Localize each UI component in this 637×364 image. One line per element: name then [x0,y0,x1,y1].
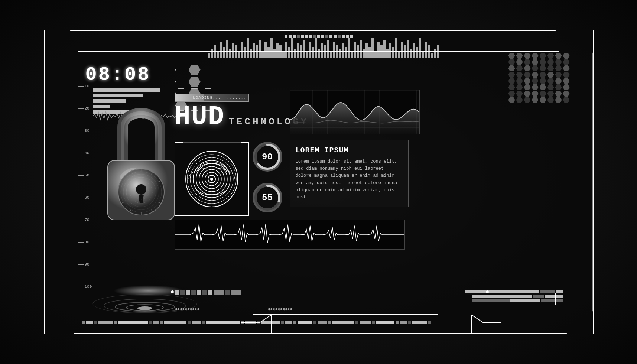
hud-title-text: HUD [175,104,225,130]
eq-bar [291,38,293,58]
eq-bar [309,42,311,58]
eq-bar [357,45,359,58]
tick-line [78,242,84,243]
rhex-cell [532,97,539,103]
eq-bar [422,51,424,58]
eq-bar [437,45,439,58]
sq-dot [202,290,207,295]
eq-bar [434,49,436,58]
brb [472,299,510,302]
arrow-left: ◀◀◀◀◀◀◀◀◀◀ [175,306,199,311]
hex-cell [175,77,187,87]
eq-bar [336,45,338,58]
rhex-cell [532,59,539,65]
rhex-cell [532,84,539,90]
rhex-cell [508,53,515,59]
rhex-cell [524,59,531,65]
ruler-tick-row: 40 [78,142,93,164]
sq-dot [175,290,179,295]
sq-dot [225,290,230,295]
rhex-cell [532,72,539,78]
fingerprint-svg [182,149,241,209]
eq-bar [259,40,261,58]
lorem-title: LOREM IPSUM [296,146,403,155]
eq-bar [264,42,267,58]
brb [533,295,544,298]
eq-bar [360,40,362,58]
rhex-cell [524,65,531,71]
hex-cell [202,77,214,87]
heartbeat-area [175,220,405,250]
eq-bar [214,45,216,58]
rhex-cell [547,78,554,84]
eq-bar [371,38,374,58]
eq-bar [235,45,237,58]
eq-bar [217,51,219,58]
eq-bar [273,49,276,58]
rhex-cell [524,53,531,59]
sq-rect [214,290,224,295]
rhex-cell [516,91,523,97]
svg-point-42 [137,306,152,310]
sq-dot [186,290,190,295]
ruler-tick-row: 70 [78,209,93,231]
rhex-cell [532,53,539,59]
eq-bar [208,53,210,58]
eq-bar [345,47,347,58]
rhex-cell [508,59,515,65]
eq-bar [380,45,383,58]
eq-bar [419,38,421,58]
rhex-cell [524,72,531,78]
rhex-cell [524,84,531,90]
bottom-segment [82,321,85,324]
eq-bar [339,49,341,58]
tick-label: 80 [85,240,90,244]
eq-bar [324,45,326,58]
hud-bar [93,94,143,97]
rhex-cell [540,72,546,78]
eq-bar [377,42,380,58]
eq-bar [368,47,371,58]
eq-bar [386,49,389,58]
rhex-cell [508,91,515,97]
rhex-cell [555,72,562,78]
brb [465,290,539,293]
rhex-cell [547,53,554,59]
ruler-tick-row: 30 [78,120,93,142]
eq-bar [416,47,418,58]
bottom-segment [149,321,152,324]
tick-label: 20 [85,106,90,111]
eq-bar [250,49,252,58]
eq-bar [220,42,222,58]
lorem-ipsum-panel: LOREM IPSUM Lorem ipsum dolor sit amet, … [290,140,409,207]
hex-cell [175,65,187,75]
loading-bar-bg: LOADING............ [175,94,249,102]
eq-bar [428,45,430,58]
tick-line [78,264,84,265]
circuit-dot-left [171,290,174,293]
rhex-cell [532,65,539,71]
bottom-segment [188,321,191,324]
eq-bar [410,49,412,58]
tick-line [78,108,84,109]
brb [556,290,563,293]
arrow-right: ◀◀◀◀◀◀◀◀◀◀ [267,306,292,311]
gauge-item-90: 90 [253,142,282,172]
ruler-tick-row: 60 [78,186,93,209]
svg-point-34 [136,184,146,195]
rhex-cell [524,78,531,84]
rhex-cell [516,53,523,59]
tick-line [78,86,84,87]
sq-rect [231,290,241,295]
rhex-cell [555,91,562,97]
bottom-segment [86,321,93,324]
eq-bar [318,49,320,58]
bottom-segment [206,321,240,324]
eq-bar [354,42,356,58]
rhex-cell [547,84,554,90]
brb [510,299,540,302]
rhex-cell [540,84,546,90]
rhex-cell [555,97,562,103]
ruler-tick-row: 10 [78,75,93,97]
bottom-right-bars [459,290,563,304]
